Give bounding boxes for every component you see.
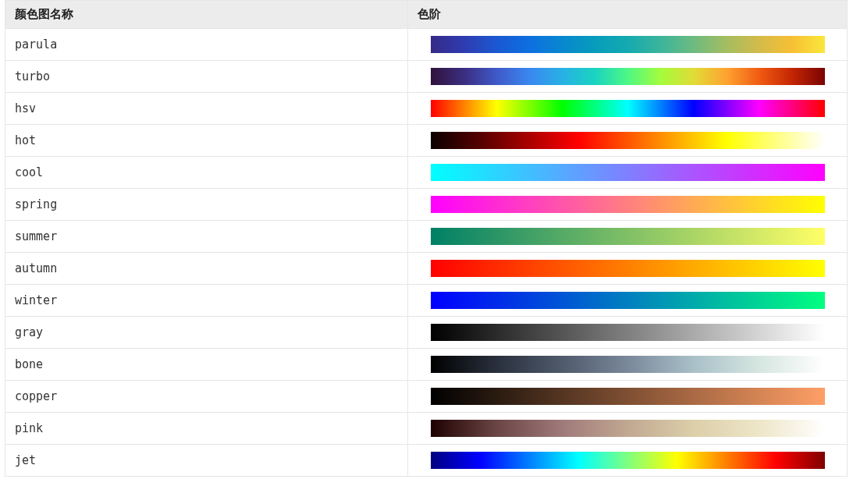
header-name: 颜色图名称 [5,1,408,29]
header-scale: 色阶 [408,1,848,29]
colormap-swatch-cell [408,221,848,253]
colormap-swatch-cool [431,164,825,181]
colormap-swatch-cell [408,29,848,61]
colormap-swatch-cell [408,61,848,93]
colormap-name: copper [5,381,408,413]
colormap-swatch-gray [431,324,825,341]
table-row: copper [5,381,848,413]
colormap-swatch-cell [408,413,848,445]
colormap-swatch-copper [431,388,825,405]
colormap-swatch-cell [408,381,848,413]
colormap-swatch-cell [408,93,848,125]
table-header-row: 颜色图名称 色阶 [5,1,848,29]
colormap-swatch-turbo [431,68,825,85]
colormap-name: hsv [5,93,408,125]
colormap-swatch-pink [431,420,825,437]
colormap-name: autumn [5,253,408,285]
colormap-table: 颜色图名称 色阶 parulaturbohsvhotcoolspringsumm… [5,0,848,477]
colormap-name: spring [5,189,408,221]
table-row: summer [5,221,848,253]
colormap-name: gray [5,317,408,349]
colormap-swatch-parula [431,36,825,53]
colormap-swatch-cell [408,445,848,477]
table-row: bone [5,349,848,381]
colormap-swatch-winter [431,292,825,309]
colormap-swatch-cell [408,317,848,349]
table-row: cool [5,157,848,189]
table-row: turbo [5,61,848,93]
colormap-swatch-summer [431,228,825,245]
colormap-name: jet [5,445,408,477]
table-row: pink [5,413,848,445]
table-row: parula [5,29,848,61]
colormap-swatch-spring [431,196,825,213]
colormap-name: parula [5,29,408,61]
colormap-name: summer [5,221,408,253]
colormap-swatch-cell [408,125,848,157]
colormap-name: winter [5,285,408,317]
table-row: jet [5,445,848,477]
colormap-name: turbo [5,61,408,93]
colormap-swatch-cell [408,189,848,221]
colormap-name: cool [5,157,408,189]
colormap-swatch-cell [408,157,848,189]
table-row: gray [5,317,848,349]
colormap-swatch-cell [408,285,848,317]
colormap-swatch-autumn [431,260,825,277]
colormap-name: pink [5,413,408,445]
table-row: hsv [5,93,848,125]
table-row: autumn [5,253,848,285]
table-row: winter [5,285,848,317]
table-row: hot [5,125,848,157]
colormap-swatch-jet [431,452,825,469]
colormap-name: bone [5,349,408,381]
colormap-swatch-hsv [431,100,825,117]
colormap-swatch-cell [408,349,848,381]
colormap-swatch-cell [408,253,848,285]
colormap-swatch-hot [431,132,825,149]
colormap-name: hot [5,125,408,157]
table-row: spring [5,189,848,221]
colormap-swatch-bone [431,356,825,373]
